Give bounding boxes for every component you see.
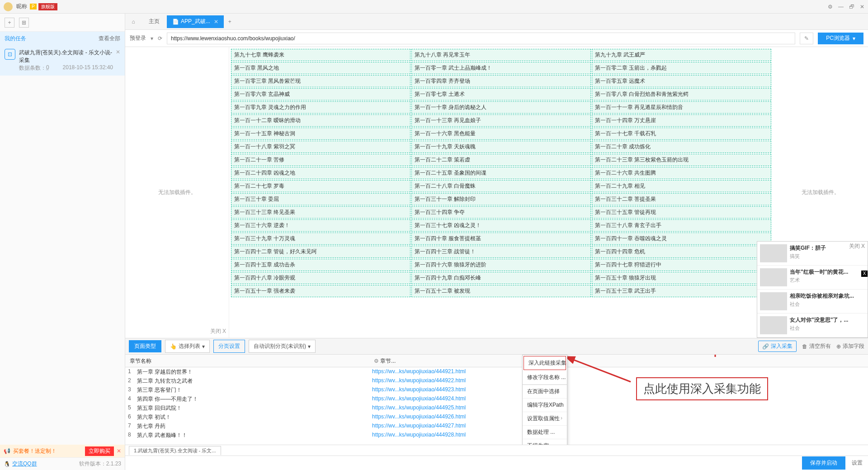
pre-login-dropdown[interactable]: 预登录 xyxy=(130,34,146,42)
news-item[interactable]: 相亲吃饭你被相亲对象坑...社会 xyxy=(757,290,868,313)
chapter-link[interactable]: 第一百零六章 玄晶神威 xyxy=(231,88,410,100)
chevron-down-icon[interactable]: ▾ xyxy=(151,35,153,42)
chapter-link[interactable]: 第九十八章 再见常玉年 xyxy=(411,49,591,61)
chapter-link[interactable]: 第一百零五章 远魔术 xyxy=(592,75,771,87)
row-link[interactable]: https://wv...ks/wupojiuxiao/444924.html xyxy=(369,394,868,404)
table-row[interactable]: 1第一章 穿越后的世界！https://wv...ks/wupojiuxiao/… xyxy=(125,367,868,376)
chapter-link[interactable]: 第一百四十九章 白痴邓长峰 xyxy=(411,272,591,284)
task-item[interactable]: ⊡ 武破九霄(苍笑天).全文阅读 - 乐文小说-采集 数据条数： 0 2018-… xyxy=(0,45,125,76)
task-close-icon[interactable]: ✕ xyxy=(116,49,120,72)
chapter-link[interactable]: 第一百一十一章 再见遁星辰和情韵音 xyxy=(592,101,771,114)
chapter-link[interactable]: 第一百一十六章 黑色能量 xyxy=(411,128,591,140)
clear-all-button[interactable]: 🗑 清空所有 xyxy=(802,341,831,352)
chapter-link[interactable]: 第一百四十三章 战管徒！ xyxy=(411,246,591,258)
chapter-link[interactable]: 第一百五十三章 武王出手 xyxy=(592,285,771,297)
chapter-link[interactable]: 第一百零九章 灵魂之力的作用 xyxy=(231,101,410,114)
reload-icon[interactable]: ⟳ xyxy=(158,35,162,42)
th-chapter-name[interactable]: 章节名称 xyxy=(125,355,369,367)
chapter-link[interactable]: 第一百二十九章 相见 xyxy=(592,180,771,192)
home-icon[interactable]: ⌂ xyxy=(129,17,138,26)
menu-deep-link[interactable]: 深入此链接采集 xyxy=(524,356,566,370)
save-start-button[interactable]: 保存并启动 xyxy=(802,456,845,470)
view-all-link[interactable]: 查看全部 xyxy=(99,35,120,43)
news-x-icon[interactable]: X xyxy=(861,271,868,277)
close-panel-link[interactable]: 关闭 X xyxy=(210,328,226,335)
chapter-link[interactable]: 第一百三十章 委屈 xyxy=(231,193,410,205)
chapter-link[interactable]: 第一百一十七章 千载石乳 xyxy=(592,128,771,140)
menu-data-process[interactable]: 数据处理 ... xyxy=(523,426,567,439)
table-row[interactable]: 8第八章 武者巅峰！！https://wv...ks/wupojiuxiao/4… xyxy=(125,431,868,440)
new-folder-icon[interactable]: ⊞ xyxy=(19,18,29,28)
settings-button[interactable]: 设置 xyxy=(852,459,863,467)
chapter-link[interactable]: 第一百三十八章 青玄子出手 xyxy=(592,219,771,232)
add-field-button[interactable]: ⊕ 添加字段 xyxy=(836,341,864,352)
menu-set-value[interactable]: 设置取值属性› xyxy=(523,412,567,426)
menu-not-null[interactable]: 不得为空 xyxy=(523,439,567,445)
chapter-link[interactable]: 第一百二十五章 圣象国的间谍 xyxy=(411,167,591,179)
tab-home[interactable]: 主页 xyxy=(143,15,165,28)
chapter-link[interactable]: 第九十九章 武王威严 xyxy=(592,49,771,61)
promo-buy-button[interactable]: 立即购买 xyxy=(85,446,114,456)
chapter-link[interactable]: 第一百二十六章 共生图腾 xyxy=(592,167,771,179)
row-link[interactable]: https://wv...ks/wupojiuxiao/444927.html xyxy=(369,422,868,431)
chapter-link[interactable]: 第一百一十三章 再见血娘子 xyxy=(411,114,591,127)
chapter-link[interactable]: 第一百零三章 黑风兽紫芒现 xyxy=(231,75,410,87)
chapter-link[interactable]: 第一百四十四章 危机 xyxy=(592,246,771,258)
chapter-link[interactable]: 第一百零四章 齐齐登场 xyxy=(411,75,591,87)
chapter-link[interactable]: 第一百二十四章 凶魂之地 xyxy=(231,167,410,179)
chapter-link[interactable]: 第一百一十九章 天妖魂魄 xyxy=(411,141,591,153)
menu-edit-xpath[interactable]: 编辑字段XPath xyxy=(523,399,567,412)
chapter-link[interactable]: 第一百二十七章 罗毒 xyxy=(231,180,410,192)
chapter-link[interactable]: 第一百一十八章 紫羽之冥 xyxy=(231,141,410,153)
table-row[interactable]: 5第五章 回归武院！https://wv...ks/wupojiuxiao/44… xyxy=(125,404,868,413)
chapter-link[interactable]: 第一百五十一章 强者来袭 xyxy=(231,285,410,297)
row-link[interactable]: https://wv...ks/wupojiuxiao/444925.html xyxy=(369,404,868,413)
news-item[interactable]: 当年"红极一时"的黄花...艺术 xyxy=(757,266,868,290)
chapter-link[interactable]: 第一百三十三章 终见圣果 xyxy=(231,206,410,218)
news-item[interactable]: 女人对你"没意思"了，...社会 xyxy=(757,313,868,337)
pc-browser-button[interactable]: PC浏览器 ▾ xyxy=(818,33,863,44)
qq-link[interactable]: 交流QQ群 xyxy=(12,460,37,468)
chapter-link[interactable]: 第一百三十二章 菩提圣果 xyxy=(592,193,771,205)
menu-select-in-page[interactable]: 在页面中选择 xyxy=(523,385,567,399)
chapter-link[interactable]: 第一百三十五章 管徒再现 xyxy=(592,206,771,218)
chapter-link[interactable]: 第一百一十二章 暧昧的滑动 xyxy=(231,114,410,127)
new-task-icon[interactable]: + xyxy=(5,18,14,28)
chapter-link[interactable]: 第一百零七章 土遁术 xyxy=(411,88,591,100)
close-icon[interactable]: ✕ xyxy=(860,4,864,10)
table-row[interactable]: 7第七章 丹药https://wv...ks/wupojiuxiao/44492… xyxy=(125,422,868,431)
auto-page-dropdown[interactable]: 自动识别分页(未识别) ▾ xyxy=(249,340,316,353)
chapter-link[interactable]: 第一百一十章 身后的诡秘之人 xyxy=(411,101,591,114)
chapter-link[interactable]: 第一百零一章 武士上品巅峰成！ xyxy=(411,62,591,74)
chapter-link[interactable]: 第一百二十章 成功炼化 xyxy=(592,141,771,153)
row-link[interactable]: https://wv...ks/wupojiuxiao/444928.html xyxy=(369,431,868,440)
chapter-link[interactable]: 第一百四十七章 狩猎进行中 xyxy=(592,259,771,271)
chapter-link[interactable]: 第一百一十五章 神秘古洞 xyxy=(231,128,410,140)
chapter-link[interactable]: 第一百四十章 服食菩提根茎 xyxy=(411,233,591,245)
gear-icon[interactable]: ⚙ xyxy=(828,4,833,10)
page-type-button[interactable]: 页面类型 xyxy=(129,340,161,352)
promo-close-icon[interactable]: ✕ xyxy=(117,448,121,454)
chapter-link[interactable]: 第九十七章 鹰蜂袭来 xyxy=(231,49,410,61)
edit-icon[interactable]: ✎ xyxy=(800,33,813,44)
avatar-icon[interactable] xyxy=(4,2,13,11)
chapter-link[interactable]: 第一百四十二章 管徒，好久未见呵 xyxy=(231,246,410,258)
tab-active[interactable]: 📄 APP_武破... ✕ xyxy=(167,15,224,28)
table-row[interactable]: 6第六章 初试！https://wv...ks/wupojiuxiao/4449… xyxy=(125,413,868,422)
chapter-link[interactable]: 第一百三十九章 十万灵魂 xyxy=(231,233,410,245)
chapter-link[interactable]: 第一百二十八章 白骨魔蛛 xyxy=(411,180,591,192)
row-link[interactable]: https://wv...ks/wupojiuxiao/444926.html xyxy=(369,413,868,422)
tab-close-icon[interactable]: ✕ xyxy=(214,19,218,25)
deep-collect-button[interactable]: 🔗 深入采集 xyxy=(758,341,797,352)
chapter-link[interactable]: 第一百四十六章 狼猿牙的进阶 xyxy=(411,259,591,271)
chapter-link[interactable]: 第一百三十七章 凶魂之灵！ xyxy=(411,219,591,232)
chapter-link[interactable]: 第一百四十五章 成功击杀 xyxy=(231,259,410,271)
url-input[interactable] xyxy=(167,33,795,44)
chapter-link[interactable]: 第一百二十三章 第三枚紫色玉箭的出现 xyxy=(592,154,771,166)
chapter-link[interactable]: 第一百零二章 玉箭出，杀戮起 xyxy=(592,62,771,74)
chapter-link[interactable]: 第一百五十二章 被发现 xyxy=(411,285,591,297)
tab-add-icon[interactable]: + xyxy=(228,19,231,25)
menu-rename[interactable]: 修改字段名称 ... xyxy=(523,371,567,385)
page-split-button[interactable]: 分页设置 xyxy=(213,340,245,353)
chapter-link[interactable]: 第一百四十一章 吞噬凶魂之灵 xyxy=(592,233,771,245)
